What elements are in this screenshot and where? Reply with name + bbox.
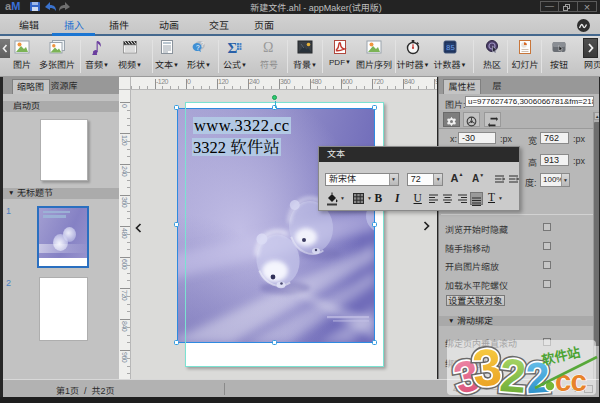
svg-text:cc: cc — [555, 364, 586, 397]
svg-text:Σ: Σ — [228, 39, 238, 55]
svg-text:2: 2 — [498, 348, 528, 403]
svg-text:Ω: Ω — [263, 40, 273, 55]
svg-text:?: ? — [196, 43, 200, 50]
svg-text:85: 85 — [446, 44, 456, 52]
svg-text:?: ? — [201, 41, 205, 48]
